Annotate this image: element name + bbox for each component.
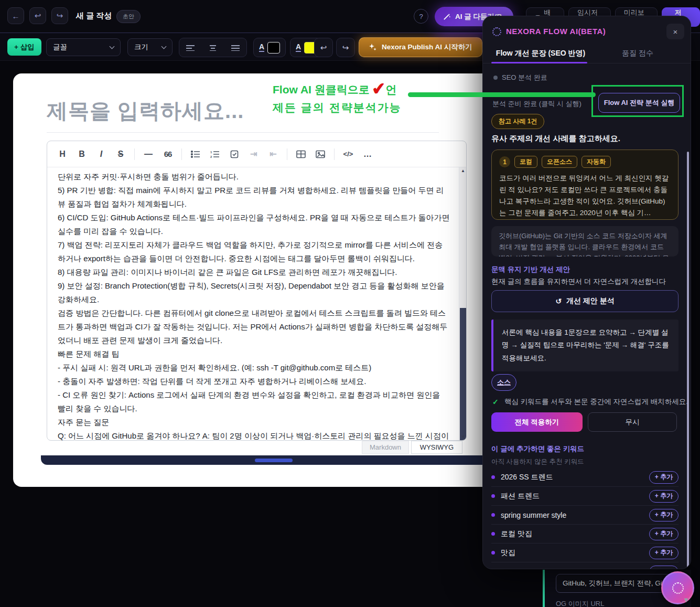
editor-paragraph: 자주 묻는 질문 xyxy=(58,416,450,429)
bold-icon[interactable]: B xyxy=(74,146,90,162)
case-count-badge: 참고 사례 1건 xyxy=(491,114,544,129)
heading-icon[interactable]: H xyxy=(55,146,70,162)
toolbar-redo-button[interactable]: ↪ xyxy=(336,38,355,57)
insert-button[interactable]: + 삽입 xyxy=(7,38,41,56)
scroll-up-icon[interactable]: ▲ xyxy=(459,167,467,175)
keyword-tip-text: 핵심 키워드를 서두와 본문 중간에 자연스럽게 배치하세요. xyxy=(504,397,688,407)
check-icon: ✓ xyxy=(492,398,499,406)
align-center-icon[interactable] xyxy=(209,45,217,51)
scrollbar-thumb[interactable] xyxy=(460,308,466,441)
italic-icon[interactable]: I xyxy=(93,146,109,162)
annotation-line1: Flow AI 원클릭으로 ✔ 언 xyxy=(273,79,397,101)
text-color-button[interactable]: A xyxy=(253,38,286,57)
code-icon[interactable]: </> xyxy=(340,146,356,162)
align-justify-icon[interactable] xyxy=(231,45,240,51)
nexora-publish-ai-button[interactable]: Nexora Publish AI 시작하기 xyxy=(359,37,482,57)
image-icon[interactable] xyxy=(313,146,328,162)
add-keyword-button[interactable]: + 추가 xyxy=(649,547,679,559)
bullet-icon xyxy=(491,532,495,536)
tab-quality-score[interactable]: 품질 점수 xyxy=(604,49,672,58)
close-button[interactable]: × xyxy=(666,24,684,39)
size-select[interactable]: 크기 xyxy=(127,38,173,56)
spinner-icon xyxy=(492,27,501,36)
redo-button[interactable]: ↪ xyxy=(51,7,68,24)
add-keyword-button[interactable]: + 추가 xyxy=(649,528,679,540)
bullet-icon xyxy=(491,475,495,479)
indent-icon[interactable]: ⇥ xyxy=(246,146,262,162)
checkbox-list-icon[interactable] xyxy=(227,146,242,162)
annotation-arrow xyxy=(408,92,596,97)
editor-paragraph: - CI 오류 원인 찾기: Actions 로그에서 실패 단계의 환경 변수… xyxy=(58,388,450,416)
keyword-list: 2026 SS 트렌드+ 추가패션 트렌드+ 추가spring summer s… xyxy=(491,468,679,569)
editor-paragraph: - 푸시 실패 시: 원격 URL과 권한을 먼저 확인하세요. (예: ssh… xyxy=(58,361,450,375)
ignore-button[interactable]: 무시 xyxy=(588,412,677,432)
editor-mode-row: Markdown WYSIWYG xyxy=(47,441,467,454)
editor-paragraph: 6) CI/CD 도입: GitHub Actions로 테스트·빌드 파이프라… xyxy=(58,211,450,238)
mode-markdown-button[interactable]: Markdown xyxy=(362,441,409,454)
add-keyword-button[interactable]: + 추가 xyxy=(649,566,679,569)
scroll-corner-icon[interactable]: ▼ xyxy=(683,596,690,604)
font-select[interactable]: 글꼴 xyxy=(46,38,121,56)
case-tags: 로컬오픈소스자동화 xyxy=(514,156,611,168)
mode-wysiwyg-button[interactable]: WYSIWYG xyxy=(411,441,462,454)
bullet-list-icon[interactable] xyxy=(188,146,203,162)
panel-title: NEXORA FLOW AI(BETA) xyxy=(506,27,606,36)
tab-flow-improve[interactable]: Flow 개선 문장 (SEO 반영) xyxy=(488,49,593,58)
add-keyword-button[interactable]: + 추가 xyxy=(649,509,679,521)
spinner-icon xyxy=(672,582,684,594)
analyze-suggestion-button[interactable]: ↺ 개선 제안 분석 xyxy=(491,290,679,312)
case-excerpt: 코드가 여러 버전으로 뒤엉켜서 어느 게 최신인지 헷갈린 적 있나요? 저도… xyxy=(499,173,671,218)
bullet-icon xyxy=(491,551,495,555)
numbered-list-icon[interactable]: 12 xyxy=(207,146,223,162)
help-button[interactable]: ? xyxy=(414,9,428,24)
back-button[interactable]: ← xyxy=(7,7,24,24)
source-preview-card[interactable]: 깃허브(GitHub)는 Git 기반의 소스 코드 저장소이자 세계 최대 개… xyxy=(491,226,679,257)
post-title-input[interactable]: 제목을 입력하세요... xyxy=(47,97,244,125)
redo-icon: ↪ xyxy=(342,43,349,52)
keyword-row: 로컬 맛집+ 추가 xyxy=(491,525,679,544)
keyword-label: 2026 SS 트렌드 xyxy=(501,473,649,482)
editor-scrollbar[interactable]: ▲ ▼ xyxy=(459,167,466,441)
svg-text:1: 1 xyxy=(210,150,212,153)
table-icon[interactable] xyxy=(293,146,309,162)
outdent-icon[interactable]: ⇤ xyxy=(265,146,281,162)
strikethrough-icon[interactable]: S xyxy=(113,146,128,162)
suggestion-quote: 서론에 핵심 내용을 1문장으로 요약하고 → 단계별 설명 → 실질적 팁으로… xyxy=(491,320,679,371)
horizontal-rule-icon[interactable]: — xyxy=(141,146,156,162)
editor-paragraph: 8) 대용량 파일 관리: 이미지나 바이너리 같은 큰 파일은 Git LFS… xyxy=(58,265,450,279)
app-root: ← ↩ ↪ 새 글 작성 초안 ? AI 글 다듬기(B ▢배치임시저장미리보기… xyxy=(0,0,700,607)
editor-paragraph: 9) 보안 설정: Branch Protection(병합 규칙), Secr… xyxy=(58,279,450,306)
add-keyword-button[interactable]: + 추가 xyxy=(649,490,679,503)
annotation-highlight-rect xyxy=(591,85,684,117)
fragment-accent-bar xyxy=(543,570,545,607)
editor-paragraph: 5) PR 기반 병합: 직접 main에 푸시하지 말고 PR로 코드 리뷰를… xyxy=(58,184,450,211)
case-card[interactable]: 1 로컬오픈소스자동화 코드가 여러 버전으로 뒤엉켜서 어느 게 최신인지 헷… xyxy=(491,150,679,220)
apply-all-button[interactable]: 전체 적용하기 xyxy=(491,412,583,432)
editor-paragraph: 단위로 자주 커밋·푸시하면 충돌 범위가 줄어듭니다. xyxy=(58,170,450,184)
editor-content-area[interactable]: 4) 브랜치 전략: main(구 master)은 항상 안정 상태로 유지하… xyxy=(47,167,459,441)
editor-toolbar: HBIS—6612⇥⇤</>… xyxy=(47,141,466,167)
add-keyword-button[interactable]: + 추가 xyxy=(649,471,679,484)
drag-handle[interactable] xyxy=(255,459,293,462)
chevron-down-icon xyxy=(110,44,115,49)
tags-input[interactable]: GitHub, 깃허브, 브랜치 전략, GitHub Action xyxy=(556,574,677,593)
quote-icon[interactable]: 66 xyxy=(160,146,176,162)
scroll-down-icon[interactable]: ▼ xyxy=(459,433,467,441)
keyword-label: spring summer style xyxy=(501,511,649,519)
undo-button[interactable]: ↩ xyxy=(29,7,46,24)
draft-status-badge: 초안 xyxy=(116,10,141,23)
context-improve-heading: 문맥 유지 기반 개선 제안 xyxy=(491,265,570,274)
divider xyxy=(287,148,287,160)
align-left-icon[interactable] xyxy=(186,45,195,51)
panel-scrollbar-thumb[interactable] xyxy=(687,152,689,569)
keywords-subtext: 아직 사용하지 않은 추천 키워드 xyxy=(491,457,584,466)
keywords-heading: 이 글에 추가하면 좋은 키워드 xyxy=(491,444,584,454)
bullet-icon xyxy=(491,513,495,517)
similar-cases-heading: 유사 주제의 개선 사례를 참고하세요. xyxy=(491,134,620,144)
keyword-row: spring summer style+ 추가 xyxy=(491,506,679,525)
more-icon[interactable]: … xyxy=(360,146,375,162)
annotation-line2: 제든 글의 전략분석가능 xyxy=(273,100,402,115)
source-pill-button[interactable]: 소스 xyxy=(491,374,516,391)
toolbar-undo-button[interactable]: ↩ xyxy=(314,38,333,57)
editor-paragraph: 빠른 문제 해결 팁 xyxy=(58,347,450,361)
